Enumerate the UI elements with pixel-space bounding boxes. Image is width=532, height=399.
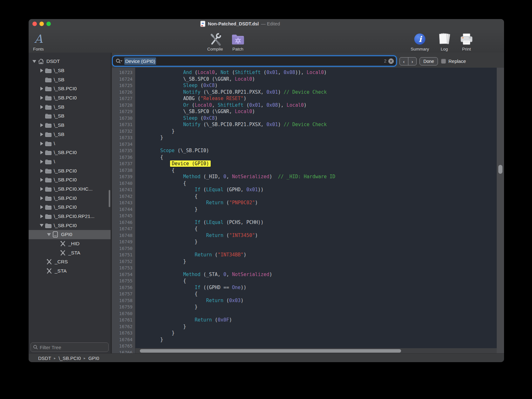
code-line: Return ("INT34BB") xyxy=(135,252,497,258)
line-number: 16750 xyxy=(112,245,135,252)
disclosure-right-icon[interactable] xyxy=(40,132,43,136)
toolbar-button-compile[interactable]: Compile xyxy=(207,29,223,51)
sidebar-item-sb[interactable]: \_SB xyxy=(29,121,111,130)
magnifier-menu-icon[interactable] xyxy=(115,58,123,64)
disclosure-down-icon[interactable] xyxy=(40,224,44,227)
title-bar[interactable]: Non-Patched_DSDT.dsl — Edited xyxy=(29,19,504,29)
find-input[interactable]: Device (GPI0) 2 xyxy=(113,56,396,66)
sidebar-item-sta[interactable]: _STA xyxy=(29,248,111,257)
toolbar-button-summary[interactable]: iSummary xyxy=(411,29,429,51)
disclosure-right-icon[interactable] xyxy=(40,187,43,191)
sidebar-item-sbpci0[interactable]: \_SB.PCI0 xyxy=(29,166,111,175)
disclosure-right-icon[interactable] xyxy=(40,151,43,154)
disclosure-right-icon[interactable] xyxy=(40,142,43,145)
code-line xyxy=(135,141,497,148)
sidebar-item-sbpci0[interactable]: \_SB.PCI0 xyxy=(29,193,111,203)
line-number: 16732 xyxy=(112,128,135,135)
disclosure-down-icon[interactable] xyxy=(32,60,36,63)
filter-tree-field[interactable]: Filter Tree xyxy=(31,342,109,352)
toolbar-button-log[interactable]: Log xyxy=(437,29,451,51)
document-icon[interactable] xyxy=(200,21,206,27)
line-number: 16753 xyxy=(112,265,135,271)
breadcrumb-segment[interactable]: DSDT xyxy=(38,355,51,361)
sidebar-item-sbpci0rp21[interactable]: \_SB.PCI0.RP21... xyxy=(29,212,111,221)
toolbar-button-patch[interactable]: Patch xyxy=(231,29,245,51)
line-number: 16745 xyxy=(112,213,135,219)
tree-item-label: \_SB xyxy=(54,68,65,73)
line-number: 16764 xyxy=(112,336,135,343)
sidebar-item-[interactable]: \ xyxy=(29,157,111,166)
sidebar-item-hid[interactable]: _HID xyxy=(29,239,111,248)
disclosure-right-icon[interactable] xyxy=(40,160,43,164)
code-pane[interactable]: And (Local0, Not (ShiftLeft (0x01, 0x08)… xyxy=(135,68,497,348)
folder-icon xyxy=(45,168,53,174)
sidebar-item-sbpci0[interactable]: \_SB.PCI0 xyxy=(29,93,111,103)
code-line: Return (0x0F) xyxy=(135,317,497,323)
sidebar-item-sbpci0[interactable]: \_SB.PCI0 xyxy=(29,175,111,185)
disclosure-right-icon[interactable] xyxy=(40,205,43,209)
disclosure-right-icon[interactable] xyxy=(40,105,43,109)
line-number: 16733 xyxy=(112,134,135,141)
line-number: 16752 xyxy=(112,258,135,265)
disclosure-right-icon[interactable] xyxy=(40,87,43,91)
sidebar-item-dsdt[interactable]: DSDT xyxy=(29,57,111,66)
vertical-scrollbar[interactable] xyxy=(498,165,502,174)
sidebar-item-sb[interactable]: \_SB xyxy=(29,130,111,139)
breadcrumb-segment[interactable]: \_SB.PCI0 xyxy=(58,355,81,361)
sidebar-item-sbpci0xhc[interactable]: \_SB.PCI0.XHC... xyxy=(29,185,111,194)
disclosure-right-icon[interactable] xyxy=(40,169,43,173)
code-line: And (Local0, Not (ShiftLeft (0x01, 0x08)… xyxy=(135,69,497,76)
close-button[interactable] xyxy=(32,22,37,26)
disclosure-right-icon[interactable] xyxy=(40,178,43,182)
line-number: 16751 xyxy=(112,252,135,258)
method-icon xyxy=(59,240,68,247)
search-match-highlight[interactable]: Device (GPI0) xyxy=(170,160,210,167)
code-line: Scope (\_SB.PCI0) xyxy=(135,147,497,154)
replace-label: Replace xyxy=(448,58,466,64)
previous-match-button[interactable]: ‹ xyxy=(400,57,408,65)
sidebar-item-crs[interactable]: _CRS xyxy=(29,257,111,267)
screen: Non-Patched_DSDT.dsl — Edited AFonts Com… xyxy=(0,0,532,399)
minimize-button[interactable] xyxy=(39,22,44,26)
clear-circle-icon[interactable] xyxy=(388,58,394,64)
disclosure-right-icon[interactable] xyxy=(40,196,43,200)
sidebar-item-sb[interactable]: \_SB xyxy=(29,112,111,121)
line-number: 16740 xyxy=(112,180,135,187)
disclosure-right-icon[interactable] xyxy=(40,214,43,218)
code-line: Notify (\_SB.PCI0.RP21.PXSX, 0x01) // De… xyxy=(135,89,497,96)
sidebar-item-sb[interactable]: \_SB xyxy=(29,102,111,112)
tree-item-label: \_SB xyxy=(54,122,65,128)
sidebar-scrollbar[interactable] xyxy=(109,190,110,207)
disclosure-right-icon[interactable] xyxy=(40,69,43,72)
sidebar-item-[interactable]: \ xyxy=(29,139,111,148)
horizontal-scrollbar[interactable] xyxy=(140,349,401,353)
done-button[interactable]: Done xyxy=(419,57,438,65)
line-number: 16755 xyxy=(112,278,135,284)
disclosure-down-icon[interactable] xyxy=(47,233,51,236)
replace-checkbox[interactable] xyxy=(441,59,446,64)
zoom-button[interactable] xyxy=(46,22,51,26)
sidebar-item-sbpci0[interactable]: \_SB.PCI0 xyxy=(29,84,111,93)
sidebar-item-sbpci0[interactable]: \_SB.PCI0 xyxy=(29,221,111,230)
sidebar-item-sb[interactable]: \_SB xyxy=(29,66,111,75)
disclosure-right-icon[interactable] xyxy=(40,96,43,100)
disclosure-right-icon[interactable] xyxy=(40,123,43,127)
toolbar-button-print[interactable]: Print xyxy=(460,29,474,51)
sidebar-item-sb[interactable]: \_SB xyxy=(29,75,111,84)
sidebar-item-sbpci0[interactable]: \_SB.PCI0 xyxy=(29,203,111,212)
toolbar-button-fonts[interactable]: AFonts xyxy=(33,29,44,51)
sidebar-item-sta[interactable]: _STA xyxy=(29,267,111,276)
line-number: 16741 xyxy=(112,186,135,193)
tree-item-label: \ xyxy=(54,159,55,165)
breadcrumb-segment[interactable]: GPI0 xyxy=(88,355,99,361)
traffic-lights xyxy=(32,22,51,26)
sidebar-item-sbpci0[interactable]: \_SB.PCI0 xyxy=(29,148,111,157)
line-number: 16726 xyxy=(112,89,135,96)
code-line: \_SB.SPC0 (\GGNR, Local0) xyxy=(135,108,497,115)
device-icon xyxy=(52,231,60,238)
tree-item-label: \_SB.PCI0 xyxy=(54,204,77,210)
filter-placeholder: Filter Tree xyxy=(40,345,61,350)
next-match-button[interactable]: › xyxy=(408,57,417,65)
code-line: { xyxy=(135,226,497,232)
sidebar-item-gpi0[interactable]: GPI0 xyxy=(29,230,111,239)
